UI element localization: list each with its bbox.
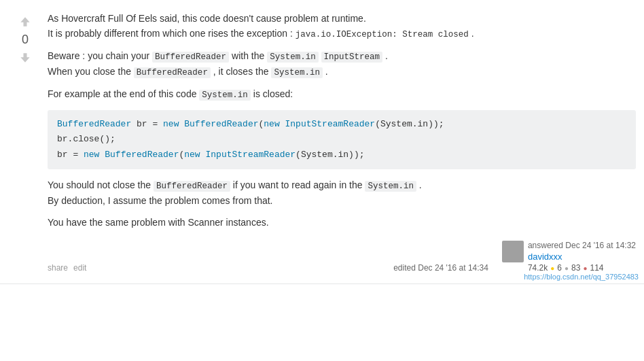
p1-text: As Hovercraft Full Of Eels said, this co… — [48, 13, 366, 24]
p7-text: You have the same problem with Scanner i… — [48, 217, 269, 228]
vote-count: 0 — [22, 33, 29, 47]
code-line-3: br = new BufferedReader(new InputStreamR… — [57, 148, 626, 162]
p2-code3: InputStream — [321, 52, 383, 63]
edit-link[interactable]: edit — [73, 263, 86, 273]
p6-text: By deduction, I assume the problem comes… — [48, 195, 273, 206]
p2-mid: with the — [229, 50, 267, 61]
vote-column: 0 — [8, 11, 42, 273]
code-line-2: br.close(); — [57, 132, 626, 147]
username-link[interactable]: davidxxx — [528, 252, 636, 262]
p2-code1: BufferedReader — [152, 52, 229, 63]
p5-code2: System.in — [365, 181, 416, 192]
silver-badge-count: 83 — [571, 263, 580, 273]
p2-code2: System.in — [267, 52, 319, 63]
answer-meta: edited Dec 24 '16 at 14:34 answered Dec … — [393, 241, 636, 273]
answer-footer: share edit edited Dec 24 '16 at 14:34 an… — [48, 241, 636, 273]
watermark: https://blog.csdn.net/qq_37952483 — [524, 273, 639, 281]
p5-text: You should not close the — [48, 179, 154, 190]
paragraph-4: You should not close the BufferedReader … — [48, 177, 636, 208]
code-block: BufferedReader br = new BufferedReader(n… — [48, 110, 636, 169]
code-line-1: BufferedReader br = new BufferedReader(n… — [57, 117, 626, 132]
p4-code: System.in — [199, 90, 251, 101]
rep-value: 74.2k — [528, 263, 548, 273]
paragraph-3: For example at the end of this code Syst… — [48, 86, 636, 102]
gold-badge-count: 6 — [557, 263, 562, 273]
edited-info: edited Dec 24 '16 at 14:34 — [393, 263, 488, 273]
answered-label: answered Dec 24 '16 at 14:32 — [528, 241, 636, 250]
p3-text: When you close the — [48, 66, 134, 77]
vote-down-button[interactable] — [16, 50, 35, 66]
p4-end: is closed: — [251, 88, 293, 99]
p2-text: Beware : you chain your — [48, 50, 152, 61]
answer-block: 0 As Hovercraft Full Of Eels said, this … — [0, 0, 644, 284]
p2-space — [319, 50, 321, 61]
p4-text: For example at the end of this code — [48, 88, 199, 99]
user-rep: 74.2k 6 83 114 — [528, 263, 636, 273]
exception-inline: java.io.IOException: Stream closed — [296, 30, 469, 39]
p1b-text: It is probably different from which one … — [48, 28, 474, 39]
p3-mid: , it closes the — [211, 66, 271, 77]
gold-badge-icon — [550, 263, 554, 273]
paragraph-5: You have the same problem with Scanner i… — [48, 215, 636, 230]
paragraph-1: As Hovercraft Full Of Eels said, this co… — [48, 11, 636, 41]
silver-badge-icon — [565, 263, 569, 273]
bronze-badge-count: 114 — [590, 263, 603, 273]
p3-code1: BufferedReader — [134, 67, 211, 78]
p3-code2: System.in — [271, 67, 323, 78]
p5-mid: if you want to read again in the — [230, 179, 365, 190]
user-info: answered Dec 24 '16 at 14:32 davidxxx 74… — [528, 241, 636, 273]
paragraph-2: Beware : you chain your BufferedReader w… — [48, 48, 636, 80]
p5-dot: . — [416, 179, 422, 190]
bronze-badge-icon — [583, 263, 587, 273]
p2-dot: . — [382, 50, 388, 61]
answer-actions: share edit — [48, 263, 86, 273]
answered-card: answered Dec 24 '16 at 14:32 davidxxx 74… — [502, 241, 636, 273]
vote-up-button[interactable] — [16, 14, 35, 30]
answer-text: As Hovercraft Full Of Eels said, this co… — [48, 11, 636, 230]
p3-dot: . — [323, 66, 328, 77]
p5-code1: BufferedReader — [154, 181, 230, 192]
share-link[interactable]: share — [48, 263, 68, 273]
answer-body: As Hovercraft Full Of Eels said, this co… — [42, 11, 636, 273]
user-avatar — [502, 241, 524, 262]
